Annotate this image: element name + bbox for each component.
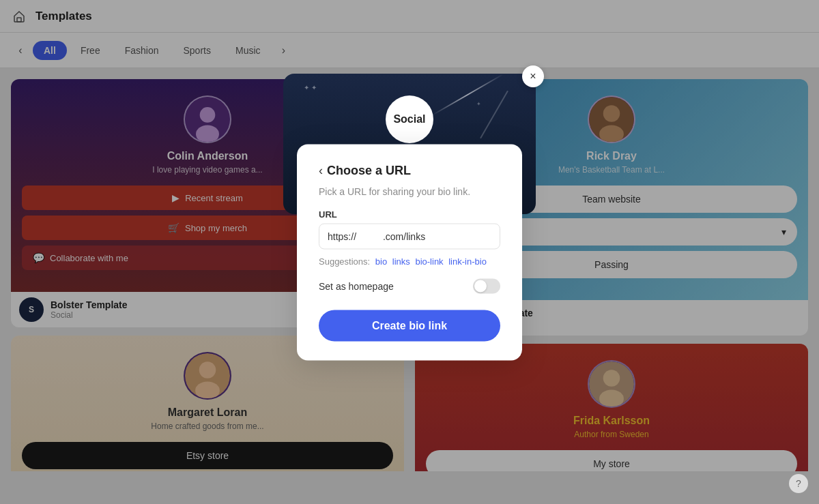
url-label: URL — [319, 209, 500, 219]
modal-subtitle: Pick a URL for sharing your bio link. — [319, 186, 500, 196]
social-logo: Social — [386, 95, 433, 143]
set-homepage-row: Set as homepage — [319, 278, 500, 293]
choose-url-modal: ‹ Choose a URL Pick a URL for sharing yo… — [297, 144, 522, 360]
suggestion-bio-link[interactable]: bio-link — [415, 256, 443, 266]
close-social-modal-btn[interactable]: × — [522, 65, 544, 87]
back-arrow-icon: ‹ — [319, 163, 323, 177]
set-homepage-toggle[interactable] — [473, 278, 500, 293]
modal-back-btn[interactable]: ‹ Choose a URL — [319, 163, 500, 177]
create-bio-link-btn[interactable]: Create bio link — [319, 310, 500, 341]
suggestion-links[interactable]: links — [392, 256, 410, 266]
suggestions-row: Suggestions: bio links bio-link link-in-… — [319, 256, 500, 266]
suggestion-link-in-bio[interactable]: link-in-bio — [448, 256, 487, 266]
suggestion-bio[interactable]: bio — [375, 256, 387, 266]
help-icon[interactable]: ? — [789, 474, 808, 493]
url-input[interactable] — [319, 223, 500, 249]
